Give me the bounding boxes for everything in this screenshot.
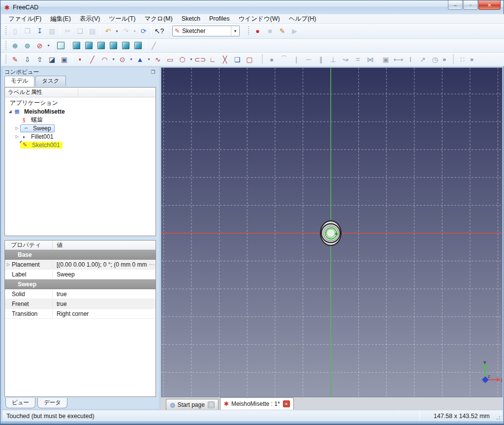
fit-all-button[interactable]: ⊕ <box>9 40 21 52</box>
create-slot-button[interactable]: ⊂⊃ <box>194 54 206 65</box>
construction-mode-button[interactable]: ▢ <box>243 54 255 65</box>
new-sketch-button[interactable]: ✎ <box>9 54 21 65</box>
property-row-placement[interactable]: ▷Placement[(0.00 0.00 1.00); 0 °; (0 mm … <box>5 260 156 270</box>
view-sketch-button[interactable]: ⇧ <box>33 54 46 65</box>
create-conic-button[interactable]: ▲ <box>134 54 146 65</box>
measure-distance-button[interactable]: ╱ <box>148 40 160 52</box>
external-geometry-button[interactable]: ❏ <box>231 54 243 65</box>
tree-item-helix[interactable]: §螺旋 <box>5 116 156 124</box>
create-circle-dropdown-icon[interactable]: ▾ <box>128 54 134 65</box>
chevron-down-icon[interactable]: ▾ <box>231 26 239 36</box>
refresh-button[interactable]: ⟳ <box>137 25 150 37</box>
create-arc-dropdown-icon[interactable]: ▾ <box>111 54 116 65</box>
menu-edit[interactable]: 編集(E) <box>46 14 75 24</box>
view-section-button[interactable]: ◪ <box>46 54 58 65</box>
property-value[interactable]: Right corner <box>52 310 156 317</box>
constraint-distance-button[interactable]: ↗ <box>416 54 429 65</box>
bspline-tools-button[interactable]: ∷ <box>456 54 469 65</box>
menu-profiles[interactable]: Profiles <box>205 14 234 23</box>
minimize-button[interactable]: ‒ <box>448 0 463 10</box>
zoom-region-button[interactable]: ⊚ <box>21 40 33 52</box>
tree-item-sweep[interactable]: ▷∽Sweep <box>5 124 156 132</box>
expander-collapsed-icon[interactable]: ▷ <box>5 262 12 267</box>
draw-style-button[interactable]: ⊘ <box>33 40 46 52</box>
create-point-button[interactable]: • <box>74 54 86 65</box>
toolbar-grip[interactable] <box>452 55 455 64</box>
constraint-equal-button[interactable]: = <box>351 54 364 65</box>
constraint-vertical-button[interactable]: ∣ <box>290 54 302 65</box>
tree-item-sketch001[interactable]: ✎✔Sketch001 <box>5 141 156 149</box>
toolbar-grip[interactable] <box>247 26 250 36</box>
tree-item-document-meishomisette[interactable]: ◢▦MeishoMisette <box>5 107 156 116</box>
constraint-horizontal-button[interactable]: ─ <box>302 54 315 65</box>
toolbar-grip[interactable] <box>4 55 7 64</box>
panel-float-icon[interactable]: ❐ <box>149 69 157 75</box>
constraint-vertical-distance-button[interactable]: I <box>404 54 416 65</box>
menu-tools[interactable]: ツール(T) <box>104 14 140 24</box>
create-fillet-button[interactable]: ∟ <box>206 54 219 65</box>
create-polygon-button[interactable]: ⬡ <box>176 54 189 65</box>
tab-view[interactable]: ビュー <box>5 398 35 408</box>
toolbar-overflow-icon[interactable]: » <box>469 56 475 63</box>
tree-header[interactable]: ラベルと属性 <box>5 88 156 97</box>
menu-help[interactable]: ヘルプ(H) <box>284 14 321 24</box>
tree-property-splitter[interactable] <box>4 236 156 240</box>
undo-dropdown-icon[interactable]: ▾ <box>114 25 120 37</box>
tree-item-fillet001[interactable]: ▷◗Fillet001 <box>5 132 156 141</box>
draw-style-dropdown-icon[interactable]: ▾ <box>46 40 51 52</box>
close-icon[interactable]: ✕ <box>208 401 215 408</box>
property-row-solid[interactable]: Solidtrue <box>5 289 156 299</box>
tab-data[interactable]: データ <box>37 398 67 408</box>
property-row-label[interactable]: LabelSweep <box>5 270 156 279</box>
close-icon[interactable]: ✕ <box>283 400 290 407</box>
sketch-point[interactable] <box>335 233 338 235</box>
menu-file[interactable]: ファイル(F) <box>4 14 46 24</box>
constraint-parallel-button[interactable]: ∥ <box>315 54 327 65</box>
view-left-button[interactable] <box>132 40 144 52</box>
toolbar-grip[interactable] <box>4 26 7 36</box>
property-header[interactable]: プロパティ 値 <box>5 241 156 250</box>
property-value[interactable]: true <box>52 301 156 307</box>
create-polygon-dropdown-icon[interactable]: ▾ <box>189 54 194 65</box>
create-arc-button[interactable]: ◠ <box>98 54 111 65</box>
tree-item-application[interactable]: アプリケーション <box>5 99 156 107</box>
undo-button[interactable]: ↶ <box>102 25 114 37</box>
constraint-tangent-button[interactable]: ↝ <box>339 54 351 65</box>
create-circle-button[interactable]: ⊙ <box>116 54 128 65</box>
property-row-frenet[interactable]: Frenettrue <box>5 299 156 309</box>
toolbar-grip[interactable] <box>261 55 264 64</box>
constraint-symmetric-button[interactable]: ⋈ <box>364 54 376 65</box>
3d-viewport[interactable]: Y X Z <box>161 67 503 397</box>
menu-windows[interactable]: ウインドウ(W) <box>234 14 284 24</box>
trim-edge-button[interactable]: ╳ <box>219 54 231 65</box>
menu-macro[interactable]: マクロ(M) <box>140 14 177 24</box>
create-rectangle-button[interactable]: ▭ <box>164 54 176 65</box>
close-button[interactable]: ✕ <box>478 0 501 10</box>
mdi-tab-start-page[interactable]: ◍Start page✕ <box>166 399 219 410</box>
ellipsis-icon[interactable]: ⋯ <box>149 261 156 268</box>
view-axonometric-button[interactable] <box>55 40 67 52</box>
leave-sketch-button[interactable]: ⇩ <box>21 54 33 65</box>
view-bottom-button[interactable] <box>120 40 132 52</box>
workbench-selector[interactable]: ✎Sketcher▾ <box>172 26 240 36</box>
constraint-horizontal-distance-button[interactable]: ⟷ <box>392 54 404 65</box>
property-value[interactable]: Sweep <box>52 271 156 278</box>
view-right-button[interactable] <box>95 40 107 52</box>
menu-view[interactable]: 表示(V) <box>75 14 105 24</box>
whats-this-button[interactable]: ↖? <box>153 25 165 37</box>
view-rear-button[interactable] <box>107 40 120 52</box>
create-line-button[interactable]: ╱ <box>86 54 98 65</box>
view-front-button[interactable] <box>70 40 83 52</box>
property-value[interactable]: true <box>52 291 156 298</box>
toolbar-overflow-icon[interactable]: » <box>441 56 447 63</box>
constraint-perpendicular-button[interactable]: ⊥ <box>327 54 339 65</box>
part-outer-circle[interactable] <box>320 220 342 246</box>
constraint-point-on-object-button[interactable]: ⌒ <box>278 54 290 65</box>
menu-sketch[interactable]: Sketch <box>177 14 205 23</box>
create-polyline-button[interactable]: ∿ <box>152 54 164 65</box>
maximize-button[interactable]: ▫ <box>463 0 478 10</box>
tab-tasks[interactable]: タスク <box>35 76 65 86</box>
view-top-button[interactable] <box>83 40 95 52</box>
title-bar[interactable]: ✱ FreeCAD ‒▫✕ <box>0 0 504 14</box>
tab-model[interactable]: モデル <box>4 76 34 87</box>
